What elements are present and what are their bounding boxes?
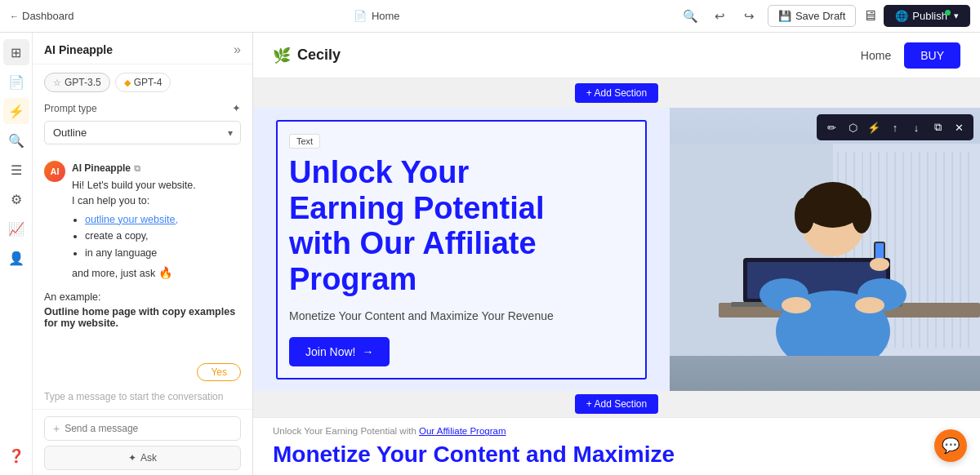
save-icon: 💾 bbox=[778, 10, 791, 22]
hero-text-selection-box[interactable]: Text Unlock Your Earning Potential with … bbox=[276, 120, 647, 380]
chat-content: AI AI Pineapple ⧉ Hi! Let's build your w… bbox=[33, 153, 252, 360]
canvas-area: 🌿 Cecily Home BUY + Add Section bbox=[253, 33, 980, 475]
chat-input-area: + ✦ Ask bbox=[33, 409, 252, 475]
gpt4-model-button[interactable]: ◆ GPT-4 bbox=[115, 73, 172, 92]
nav-buy-button[interactable]: BUY bbox=[904, 42, 960, 69]
sidebar-menu-icon[interactable]: ☰ bbox=[3, 157, 29, 183]
ai-message: AI AI Pineapple ⧉ Hi! Let's build your w… bbox=[44, 161, 241, 282]
sidebar-person-icon[interactable]: 👤 bbox=[3, 245, 29, 271]
message-more: and more, just ask bbox=[72, 268, 155, 279]
icon-sidebar: ⊞ 📄 ⚡ 🔍 ☰ ⚙ 📈 👤 ❓ bbox=[0, 33, 33, 475]
sidebar-chart-icon[interactable]: 📈 bbox=[3, 215, 29, 242]
prompt-type-section: Outline Draft Expand Rewrite bbox=[33, 121, 252, 153]
cta-arrow-icon: → bbox=[362, 345, 373, 358]
svg-rect-18 bbox=[968, 152, 969, 348]
bolt-toolbar-button[interactable]: ⚡ bbox=[864, 118, 884, 137]
list-item-copy: create a copy, bbox=[85, 229, 196, 244]
svg-point-27 bbox=[852, 198, 871, 233]
svg-rect-33 bbox=[875, 243, 884, 260]
top-bar-center: 📄 Home bbox=[354, 10, 400, 22]
svg-rect-9 bbox=[894, 152, 896, 348]
publish-status-dot bbox=[945, 10, 951, 16]
outline-link[interactable]: outline your website, bbox=[85, 214, 178, 225]
collapse-panel-button[interactable]: » bbox=[234, 42, 241, 57]
sidebar-search-icon[interactable]: 🔍 bbox=[3, 127, 29, 153]
hero-person-svg bbox=[670, 144, 980, 356]
chat-input[interactable] bbox=[65, 423, 232, 434]
globe-icon: 🌐 bbox=[895, 10, 908, 22]
svg-rect-13 bbox=[927, 152, 929, 348]
ai-message-body: AI Pineapple ⧉ Hi! Let's build your webs… bbox=[72, 161, 196, 282]
svg-point-26 bbox=[795, 198, 814, 233]
sidebar-layers-icon[interactable]: ⊞ bbox=[3, 39, 29, 65]
add-section-top-button[interactable]: + Add Section bbox=[575, 83, 658, 103]
dashboard-label: Dashboard bbox=[22, 10, 74, 22]
svg-rect-10 bbox=[902, 152, 904, 348]
logo-leaf-icon: 🌿 bbox=[273, 47, 291, 64]
search-icon-btn[interactable]: 🔍 bbox=[679, 5, 702, 28]
delete-toolbar-button[interactable]: ✕ bbox=[949, 118, 969, 137]
ai-panel-title: AI Pineapple bbox=[44, 43, 113, 56]
canvas-scroll: 🌿 Cecily Home BUY + Add Section bbox=[253, 33, 980, 475]
move-up-toolbar-button[interactable]: ↑ bbox=[885, 118, 905, 137]
gpt4-label: GPT-4 bbox=[134, 77, 163, 88]
bottom-preview-section: Unlock Your Earning Potential with Our A… bbox=[253, 417, 980, 475]
redo-btn[interactable]: ↪ bbox=[738, 5, 761, 28]
undo-btn[interactable]: ↩ bbox=[709, 5, 732, 28]
example-section: An example: Outline home page with copy … bbox=[44, 291, 241, 329]
hero-text-area: Text Unlock Your Earning Potential with … bbox=[253, 108, 670, 391]
list-item-outline: outline your website, bbox=[85, 212, 196, 228]
nav-home-link[interactable]: Home bbox=[861, 49, 891, 62]
example-label: An example: bbox=[44, 291, 241, 303]
save-draft-button[interactable]: 💾 Save Draft bbox=[768, 5, 856, 27]
copy-message-icon[interactable]: ⧉ bbox=[134, 162, 140, 175]
join-now-button[interactable]: Join Now! → bbox=[289, 337, 390, 366]
hero-subheading: Monetize Your Content and Maximize Your … bbox=[289, 309, 634, 322]
dashboard-link[interactable]: ← Dashboard bbox=[10, 10, 74, 22]
duplicate-toolbar-button[interactable]: ⧉ bbox=[928, 118, 947, 137]
support-chat-bubble[interactable]: 💬 bbox=[934, 429, 967, 462]
prompt-type-select[interactable]: Outline Draft Expand Rewrite bbox=[44, 121, 241, 144]
sidebar-bolt-icon[interactable]: ⚡ bbox=[3, 98, 29, 124]
sidebar-help-icon[interactable]: ❓ bbox=[0, 442, 32, 468]
save-toolbar-button[interactable]: ⬡ bbox=[843, 118, 862, 137]
text-label: Text bbox=[289, 134, 320, 149]
top-bar-left: ← Dashboard bbox=[10, 10, 74, 22]
svg-rect-11 bbox=[911, 152, 912, 348]
message-list: outline your website, create a copy, in … bbox=[72, 212, 196, 261]
svg-rect-15 bbox=[943, 152, 945, 348]
floating-toolbar: ✏ ⬡ ⚡ ↑ ↓ ⧉ ✕ bbox=[817, 114, 973, 140]
gpt35-model-button[interactable]: ☆ GPT-3.5 bbox=[44, 73, 110, 92]
model-selector: ☆ GPT-3.5 ◆ GPT-4 bbox=[33, 64, 252, 100]
example-bold: Outline home page with copy examples for… bbox=[44, 306, 241, 329]
ask-label: Ask bbox=[140, 452, 157, 464]
add-section-bar-top: + Add Section bbox=[253, 78, 980, 108]
attach-icon[interactable]: + bbox=[53, 422, 60, 435]
message-hint: Type a message to start the conversation bbox=[33, 388, 252, 409]
page-file-icon: 📄 bbox=[354, 10, 367, 22]
settings-row: Prompt type ✦ bbox=[33, 100, 252, 121]
move-down-toolbar-button[interactable]: ↓ bbox=[906, 118, 926, 137]
publish-button[interactable]: 🌐 Publish ▾ bbox=[884, 5, 970, 27]
publish-chevron-icon: ▾ bbox=[954, 11, 959, 21]
sidebar-file-icon[interactable]: 📄 bbox=[3, 69, 29, 95]
add-section-bar-bottom: + Add Section bbox=[253, 391, 980, 417]
add-section-bottom-button[interactable]: + Add Section bbox=[575, 394, 658, 414]
sidebar-settings-icon[interactable]: ⚙ bbox=[3, 186, 29, 212]
ai-panel: AI Pineapple » ☆ GPT-3.5 ◆ GPT-4 Prompt … bbox=[33, 33, 253, 475]
gpt35-label: GPT-3.5 bbox=[65, 77, 101, 88]
sparkle-icon: ✦ bbox=[128, 452, 136, 464]
svg-rect-14 bbox=[935, 152, 937, 348]
star-icon: ☆ bbox=[53, 78, 61, 88]
edit-toolbar-button[interactable]: ✏ bbox=[822, 118, 841, 137]
logo-text: Cecily bbox=[297, 47, 341, 64]
ask-button[interactable]: ✦ Ask bbox=[44, 446, 241, 470]
hero-heading: Unlock Your Earning Potential with Our A… bbox=[289, 155, 634, 298]
svg-point-34 bbox=[870, 258, 889, 271]
breadcrumb-link[interactable]: Our Affiliate Program bbox=[419, 426, 506, 436]
yes-button[interactable]: Yes bbox=[197, 363, 241, 381]
message-can: I can help you to: bbox=[72, 195, 149, 206]
top-bar: ← Dashboard 📄 Home 🔍 ↩ ↪ 💾 Save Draft 🖥 … bbox=[0, 0, 980, 33]
wand-icon[interactable]: ✦ bbox=[232, 102, 241, 114]
preview-monitor-icon[interactable]: 🖥 bbox=[862, 7, 877, 24]
